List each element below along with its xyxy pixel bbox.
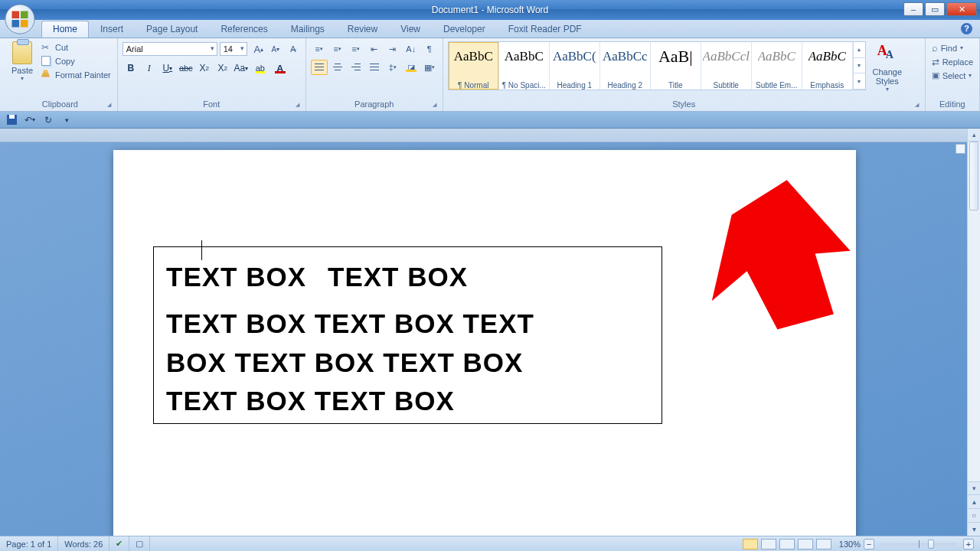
ribbon-tabstrip: Home Insert Page Layout References Maili…: [0, 20, 980, 38]
sort-button[interactable]: A↓: [403, 41, 420, 57]
view-draft-button[interactable]: [816, 539, 831, 549]
document-workspace[interactable]: TEXT BOXTEXT BOX TEXT BOX TEXT BOX TEXT …: [0, 129, 967, 536]
align-center-button[interactable]: [329, 60, 346, 75]
scroll-thumb[interactable]: [969, 142, 978, 210]
style-item-subtitle[interactable]: AaBbCclSubtitle: [701, 42, 752, 90]
zoom-slider-thumb[interactable]: [928, 540, 934, 549]
style-item--no-spaci-[interactable]: AaBbC¶ No Spaci...: [499, 42, 550, 90]
text-box[interactable]: TEXT BOXTEXT BOX TEXT BOX TEXT BOX TEXT …: [153, 246, 662, 424]
tab-view[interactable]: View: [389, 21, 432, 37]
style-item-title[interactable]: AaB|Title: [651, 42, 701, 90]
change-case-button[interactable]: Aa▾: [233, 60, 250, 77]
replace-button[interactable]: Replace: [930, 56, 975, 68]
shading-button[interactable]: ◪: [403, 60, 420, 75]
change-styles-button[interactable]: Change Styles ▾: [869, 41, 906, 93]
close-button[interactable]: ✕: [946, 2, 977, 16]
zoom-slider[interactable]: [880, 543, 957, 546]
style-item-heading-2[interactable]: AaBbCcHeading 2: [600, 42, 651, 90]
status-proofing[interactable]: ✔: [109, 536, 129, 551]
svg-rect-2: [21, 11, 28, 19]
increase-indent-button[interactable]: ⇥: [384, 41, 401, 57]
view-web-layout-button[interactable]: [779, 539, 795, 549]
zoom-in-button[interactable]: +: [963, 539, 974, 549]
group-label-paragraph: Paragraph: [311, 98, 438, 111]
scroll-up-button[interactable]: ▴: [968, 129, 980, 142]
subscript-button[interactable]: X2: [196, 60, 213, 77]
styles-gallery[interactable]: AaBbC¶ NormalAaBbC¶ No Spaci...AaBbC(Hea…: [448, 41, 866, 90]
paste-button[interactable]: Paste ▾: [8, 41, 37, 82]
style-item-heading-1[interactable]: AaBbC(Heading 1: [550, 42, 600, 90]
underline-button[interactable]: U▾: [159, 60, 176, 77]
svg-rect-4: [21, 20, 28, 28]
style-item--normal[interactable]: AaBbC¶ Normal: [449, 42, 499, 90]
superscript-button[interactable]: X2: [214, 60, 231, 77]
group-label-styles: Styles: [448, 98, 920, 111]
align-left-button[interactable]: [311, 60, 328, 75]
font-name-combo[interactable]: Arial: [122, 42, 217, 56]
status-macro[interactable]: ▢: [129, 536, 150, 551]
horizontal-ruler[interactable]: [0, 129, 967, 142]
ruler-toggle-button[interactable]: [956, 144, 965, 154]
maximize-button[interactable]: ▭: [925, 2, 945, 16]
qat-undo-button[interactable]: ↶▾: [23, 113, 37, 127]
minimize-button[interactable]: –: [903, 2, 923, 16]
format-painter-button[interactable]: Format Painter: [40, 69, 113, 81]
style-item-subtle-em-[interactable]: AaBbCSubtle Em...: [752, 42, 802, 90]
office-button[interactable]: [4, 3, 36, 35]
svg-point-0: [5, 5, 34, 34]
next-page-button[interactable]: ▾: [968, 522, 980, 536]
grow-font-button[interactable]: A▴: [251, 41, 266, 57]
qat-customize-button[interactable]: ▾: [60, 113, 74, 127]
style-item-emphasis[interactable]: AaBbCEmphasis: [802, 42, 853, 90]
tab-insert[interactable]: Insert: [89, 21, 135, 37]
font-size-combo[interactable]: 14: [220, 42, 247, 56]
view-full-screen-button[interactable]: [761, 539, 776, 549]
tab-home[interactable]: Home: [41, 21, 89, 37]
italic-button[interactable]: I: [141, 60, 158, 77]
align-right-button[interactable]: [348, 60, 364, 75]
select-button[interactable]: Select: [930, 70, 975, 81]
tab-developer[interactable]: Developer: [432, 21, 497, 37]
browse-object-button[interactable]: ○: [968, 508, 980, 522]
strike-button[interactable]: abc: [178, 60, 194, 77]
tab-page-layout[interactable]: Page Layout: [135, 21, 209, 37]
show-marks-button[interactable]: ¶: [421, 41, 438, 57]
borders-button[interactable]: ▦▾: [421, 60, 438, 75]
font-color-button[interactable]: A: [271, 60, 289, 77]
justify-button[interactable]: [366, 60, 383, 75]
status-page[interactable]: Page: 1 of 1: [0, 536, 58, 551]
qat-save-button[interactable]: [5, 113, 18, 127]
numbering-button[interactable]: ≡▾: [329, 41, 346, 57]
find-button[interactable]: Find: [930, 41, 975, 54]
cut-button[interactable]: Cut: [40, 41, 113, 54]
highlight-button[interactable]: ab: [251, 60, 270, 77]
status-words[interactable]: Words: 26: [58, 536, 109, 551]
decrease-indent-button[interactable]: ⇤: [366, 41, 383, 57]
tab-mailings[interactable]: Mailings: [279, 21, 336, 37]
shrink-font-button[interactable]: A▾: [268, 41, 283, 57]
bold-button[interactable]: B: [122, 60, 139, 77]
group-font: Arial 14 A▴ A▾ A̶ B I U▾ abc X2 X2 Aa▾ a…: [118, 38, 306, 111]
zoom-level[interactable]: 130%: [839, 540, 861, 549]
prev-page-button[interactable]: ▴: [968, 494, 980, 508]
scroll-down-button[interactable]: ▾: [968, 481, 980, 494]
zoom-out-button[interactable]: −: [864, 539, 874, 549]
brush-icon: [41, 70, 52, 80]
multilevel-button[interactable]: ≡▾: [348, 41, 364, 57]
tab-foxit[interactable]: Foxit Reader PDF: [497, 21, 593, 37]
styles-scroll[interactable]: ▴▾▾: [853, 42, 865, 90]
clear-formatting-button[interactable]: A̶: [286, 41, 301, 57]
help-icon[interactable]: ?: [961, 23, 972, 34]
bullets-button[interactable]: ≡▾: [311, 41, 328, 57]
svg-rect-3: [12, 20, 20, 28]
vertical-scrollbar[interactable]: ▴ ▾ ▴ ○ ▾: [967, 129, 980, 536]
line-spacing-button[interactable]: ‡▾: [384, 60, 401, 75]
quick-access-toolbar: ↶▾ ↻ ▾: [0, 112, 980, 129]
tab-review[interactable]: Review: [336, 21, 389, 37]
view-outline-button[interactable]: [798, 539, 813, 549]
view-print-layout-button[interactable]: [743, 539, 758, 549]
copy-button[interactable]: Copy: [40, 55, 113, 67]
tab-references[interactable]: References: [209, 21, 279, 37]
qat-redo-button[interactable]: ↻: [41, 113, 55, 127]
page[interactable]: TEXT BOXTEXT BOX TEXT BOX TEXT BOX TEXT …: [113, 150, 856, 536]
